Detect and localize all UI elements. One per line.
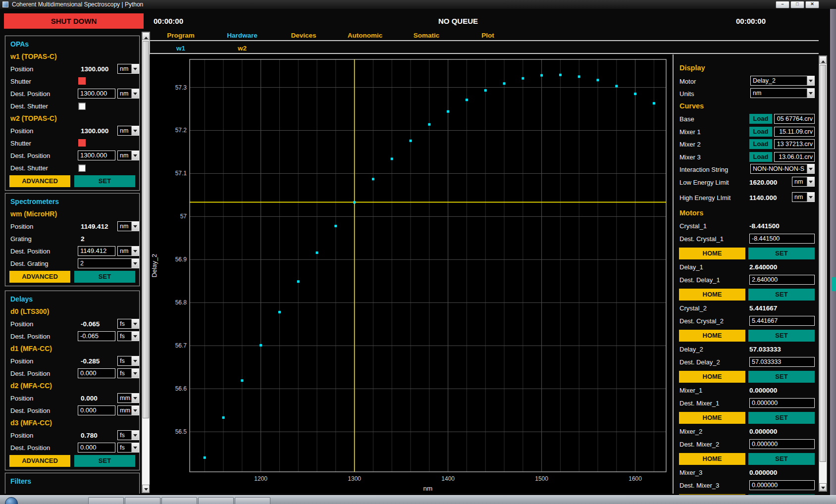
scrollbar-thumb[interactable]	[143, 41, 149, 418]
load-button[interactable]: Load	[749, 139, 772, 149]
chevron-down-icon[interactable]	[131, 151, 139, 160]
chevron-down-icon[interactable]	[131, 369, 139, 378]
taskbar-button[interactable]	[198, 497, 234, 504]
plot-canvas[interactable]: 56.556.656.756.856.95757.157.257.3120013…	[150, 54, 673, 494]
motor-dest-input[interactable]: 5.441667	[749, 316, 815, 326]
unit-select[interactable]: fs	[117, 356, 139, 366]
curve-file-field[interactable]: 05 67764.crv	[774, 114, 815, 124]
chevron-down-icon[interactable]	[131, 431, 139, 440]
unit-select[interactable]: nm	[117, 221, 139, 231]
set-button[interactable]: SET	[748, 371, 815, 383]
grating-select[interactable]: 2	[78, 258, 139, 268]
tab-program[interactable]: Program	[150, 31, 211, 39]
unit-select[interactable]: fs	[117, 430, 139, 440]
chevron-down-icon[interactable]	[131, 126, 139, 135]
chevron-down-icon[interactable]	[807, 164, 814, 173]
advanced-button[interactable]: ADVANCED	[9, 271, 70, 283]
taskbar-button[interactable]	[88, 497, 124, 504]
units-select[interactable]: nm	[750, 88, 815, 98]
subtab-w1[interactable]: w1	[150, 44, 211, 52]
set-button[interactable]: SET	[748, 330, 815, 342]
tuning-curve-plot[interactable]: 56.556.656.756.856.95757.157.257.3120013…	[150, 54, 673, 494]
unit-select[interactable]: nm	[792, 192, 815, 202]
tab-hardware[interactable]: Hardware	[211, 31, 273, 39]
motor-dest-input[interactable]: 57.033333	[749, 357, 815, 367]
set-button[interactable]: SET	[74, 455, 135, 467]
scroll-up-arrow[interactable]	[819, 56, 827, 64]
motor-dest-input[interactable]: 0.000000	[749, 398, 815, 408]
start-button-icon[interactable]	[5, 497, 18, 504]
set-button[interactable]: SET	[748, 453, 815, 465]
set-button[interactable]: SET	[748, 248, 815, 259]
advanced-button[interactable]: ADVANCED	[9, 175, 70, 187]
set-button[interactable]: SET	[74, 175, 135, 187]
dest-input[interactable]: 0.000	[78, 405, 115, 415]
advanced-button[interactable]: ADVANCED	[9, 455, 70, 467]
home-button[interactable]: HOME	[679, 371, 745, 383]
tab-autonomic[interactable]: Autonomic	[334, 31, 396, 39]
chevron-down-icon[interactable]	[131, 356, 139, 365]
close-button[interactable]: ✕	[805, 1, 819, 8]
unit-select[interactable]: fs	[117, 368, 139, 378]
home-button[interactable]: HOME	[679, 289, 745, 301]
set-button[interactable]: SET	[748, 289, 815, 301]
dest-shutter-checkbox[interactable]	[78, 164, 86, 172]
unit-select[interactable]: nm	[117, 246, 139, 256]
motor-dest-input[interactable]: 2.640000	[749, 275, 815, 285]
dest-input[interactable]: 0.000	[78, 368, 115, 378]
chevron-down-icon[interactable]	[807, 193, 814, 202]
chevron-down-icon[interactable]	[131, 222, 139, 231]
dest-input[interactable]: 1300.000	[78, 89, 115, 99]
set-button[interactable]: SET	[74, 271, 135, 283]
taskbar-button[interactable]	[125, 497, 160, 504]
home-button[interactable]: HOME	[679, 248, 745, 259]
dest-input[interactable]: -0.065	[78, 331, 115, 341]
scroll-down-arrow[interactable]	[142, 485, 150, 493]
chevron-down-icon[interactable]	[131, 394, 139, 403]
home-button[interactable]: HOME	[679, 330, 745, 342]
tab-plot[interactable]: Plot	[457, 31, 519, 39]
subtab-w2[interactable]: w2	[211, 44, 273, 52]
motor-select[interactable]: Delay_2	[750, 76, 815, 86]
taskbar-button[interactable]	[235, 497, 270, 504]
dest-input[interactable]: 0.000	[78, 443, 115, 453]
motor-dest-input[interactable]: -8.441500	[749, 234, 815, 244]
dest-shutter-checkbox[interactable]	[78, 102, 86, 110]
curve-file-field[interactable]: 13.06.01.crv	[774, 152, 815, 162]
unit-select[interactable]: nm	[792, 177, 815, 187]
unit-select[interactable]: fs	[117, 443, 139, 453]
chevron-down-icon[interactable]	[131, 443, 139, 452]
chevron-down-icon[interactable]	[807, 89, 814, 98]
unit-select[interactable]: fs	[117, 319, 139, 329]
home-button[interactable]: HOME	[679, 412, 745, 424]
interaction-string-select[interactable]: NON-NON-NON-S	[750, 164, 815, 174]
maximize-button[interactable]: □	[790, 1, 804, 8]
dest-input[interactable]: 1149.412	[78, 246, 115, 256]
chevron-down-icon[interactable]	[131, 332, 139, 341]
scroll-down-arrow[interactable]	[819, 483, 827, 491]
tab-somatic[interactable]: Somatic	[396, 31, 457, 39]
chevron-down-icon[interactable]	[131, 247, 139, 255]
chevron-down-icon[interactable]	[131, 89, 139, 98]
home-button[interactable]: HOME	[679, 453, 745, 465]
unit-select[interactable]: nm	[117, 151, 139, 160]
load-button[interactable]: Load	[749, 152, 772, 162]
chevron-down-icon[interactable]	[131, 319, 139, 328]
sidebar-scrollbar[interactable]	[142, 32, 150, 493]
motor-dest-input[interactable]: 0.000000	[749, 439, 815, 449]
right-panel-scrollbar[interactable]	[819, 55, 827, 492]
chevron-down-icon[interactable]	[807, 177, 814, 186]
set-button[interactable]: SET	[748, 412, 815, 424]
chevron-down-icon[interactable]	[131, 406, 139, 415]
chevron-down-icon[interactable]	[131, 64, 139, 73]
home-button[interactable]: HOME	[679, 494, 745, 495]
shutdown-button[interactable]: SHUT DOWN	[4, 13, 144, 29]
dest-input[interactable]: 1300.000	[78, 151, 115, 160]
scrollbar-thumb[interactable]	[820, 65, 826, 462]
unit-select[interactable]: mm	[117, 405, 139, 415]
unit-select[interactable]: nm	[117, 89, 139, 99]
unit-select[interactable]: mm	[117, 393, 139, 403]
curve-file-field[interactable]: 15.11.09.crv	[774, 127, 815, 137]
chevron-down-icon[interactable]	[131, 259, 139, 268]
chevron-down-icon[interactable]	[807, 76, 814, 85]
